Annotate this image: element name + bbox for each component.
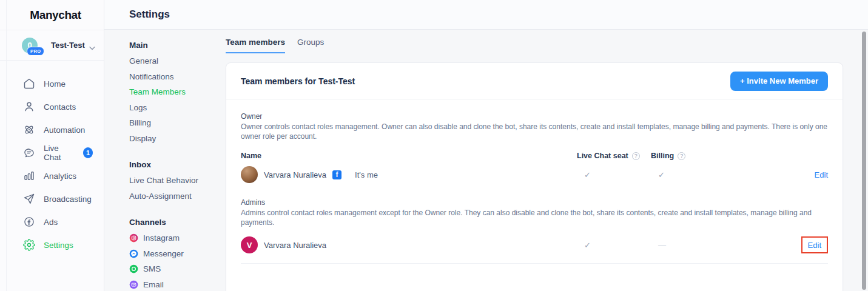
instagram-icon [129,233,138,242]
admins-section-description: Admins control contact roles management … [241,209,828,227]
sidebar-item-home[interactable]: Home [0,72,104,95]
settings-nav-item-notifications[interactable]: Notifications [129,69,220,85]
analytics-icon [23,170,35,182]
table-row-admin: V Varvara Nuralieva ✓ — Edit [241,230,828,259]
billing-dash: — [651,241,720,250]
settings-nav-item-logs[interactable]: Logs [129,100,220,116]
card-body: Owner Owner controls contact roles manag… [226,99,843,264]
primary-nav: Home Contacts Automation Live Chat 1 Ana… [0,61,104,256]
member-action-cell: Edit [801,236,828,253]
manychat-settings-screen: Manychat 0 PRO Test-Test Home Contacts [0,0,868,291]
broadcasting-icon [23,193,35,205]
member-name-cell: V Varvara Nuralieva [241,236,577,253]
sidebar-item-label: Home [44,79,66,89]
edit-owner-link[interactable]: Edit [815,170,828,179]
settings-nav-item-live-chat-behavior[interactable]: Live Chat Behavior [129,173,220,189]
sidebar-item-settings[interactable]: Settings [0,233,104,256]
settings-nav-item-email[interactable]: Email [129,277,220,291]
account-switcher[interactable]: 0 PRO Test-Test [0,30,104,61]
contacts-icon [23,101,35,113]
settings-nav-section-title: Main [129,38,220,53]
settings-nav-item-sms[interactable]: SMS [129,261,220,277]
help-icon[interactable]: ? [678,152,685,160]
tab-groups[interactable]: Groups [297,38,324,53]
sidebar-item-label: Contacts [44,102,76,112]
highlight-annotation-box: Edit [801,236,828,253]
settings-nav-item-display[interactable]: Display [129,131,220,147]
edit-admin-link[interactable]: Edit [808,241,821,250]
live-chat-seat-check: ✓ [577,170,651,179]
settings-nav-section-main: Main General Notifications Team Members … [129,38,220,146]
row-divider [241,263,828,264]
live-chat-icon [23,147,35,159]
sms-icon [129,264,138,273]
member-name: Varvara Nuralieva [264,241,326,250]
help-icon[interactable]: ? [632,152,640,160]
settings-nav-item-team-members[interactable]: Team Members [129,84,220,100]
sidebar-item-automation[interactable]: Automation [0,118,104,141]
settings-nav-section-channels: Channels Instagram Messenger SMS Email [129,215,220,291]
gear-icon [23,239,35,251]
admins-section-heading: Admins [241,198,828,207]
column-header-name: Name [241,152,577,160]
card-header: Team members for Test-Test + Invite New … [226,63,843,99]
column-header-live-chat-seat: Live Chat seat ? [577,152,651,160]
settings-nav-item-auto-assignment[interactable]: Auto-Assignment [129,189,220,204]
settings-nav-section-title: Channels [129,215,220,230]
column-header-label: Live Chat seat [577,152,628,160]
manychat-logo: Manychat [30,8,81,22]
sidebar-item-label: Settings [44,241,73,250]
team-members-card: Team members for Test-Test + Invite New … [226,62,843,291]
page-header: Settings [104,0,868,30]
member-name: Varvara Nuralieva [264,170,326,179]
sidebar-item-label: Ads [44,218,58,227]
table-row-owner: Varvara Nuralieva f It's me ✓ ✓ Edit [241,160,828,189]
card-title: Team members for Test-Test [241,76,355,86]
logo-row: Manychat [0,0,104,30]
sidebar-item-analytics[interactable]: Analytics [0,164,104,187]
settings-nav-item-messenger[interactable]: Messenger [129,246,220,262]
column-header-label: Billing [651,152,674,160]
billing-check: ✓ [651,170,720,179]
owner-section-description: Owner controls contact roles management.… [241,122,828,141]
member-name-cell: Varvara Nuralieva f It's me [241,166,577,183]
primary-sidebar: Manychat 0 PRO Test-Test Home Contacts [0,0,104,291]
sidebar-item-label: Broadcasting [44,195,92,204]
live-chat-count-badge: 1 [83,147,93,158]
invite-new-member-button[interactable]: + Invite New Member [730,72,828,91]
chevron-down-icon [89,42,95,53]
settings-nav-item-label: Email [143,277,164,291]
member-note: It's me [355,170,378,179]
settings-nav-section-inbox: Inbox Live Chat Behavior Auto-Assignment [129,157,220,204]
avatar [241,166,258,183]
main-area: Settings Main General Notifications Team… [104,0,868,291]
facebook-icon: f [332,170,341,179]
sidebar-item-live-chat[interactable]: Live Chat 1 [0,141,104,164]
settings-nav-section-title: Inbox [129,157,220,173]
vertical-scrollbar[interactable] [862,32,866,290]
sidebar-item-label: Analytics [44,172,76,181]
live-chat-seat-check: ✓ [577,241,651,250]
avatar: V [241,236,258,253]
settings-nav: Main General Notifications Team Members … [129,38,220,291]
members-table-header: Name Live Chat seat ? Billing ? [241,152,828,160]
sidebar-item-ads[interactable]: Ads [0,210,104,233]
email-icon [129,280,138,289]
settings-nav-item-label: SMS [143,261,161,277]
settings-nav-item-instagram[interactable]: Instagram [129,230,220,246]
settings-nav-item-label: Instagram [143,230,180,246]
messenger-icon [129,249,138,258]
sidebar-item-contacts[interactable]: Contacts [0,95,104,118]
sidebar-item-label: Automation [44,125,85,135]
settings-nav-item-general[interactable]: General [129,53,220,69]
settings-nav-item-label: Messenger [143,246,184,262]
account-name: Test-Test [51,41,85,50]
page-title: Settings [129,8,170,21]
sidebar-item-broadcasting[interactable]: Broadcasting [0,187,104,210]
column-header-billing: Billing ? [651,152,720,160]
ads-icon [23,216,35,228]
owner-section-heading: Owner [241,112,828,121]
automation-icon [23,124,35,136]
settings-nav-item-billing[interactable]: Billing [129,115,220,131]
tab-team-members[interactable]: Team members [226,38,285,53]
